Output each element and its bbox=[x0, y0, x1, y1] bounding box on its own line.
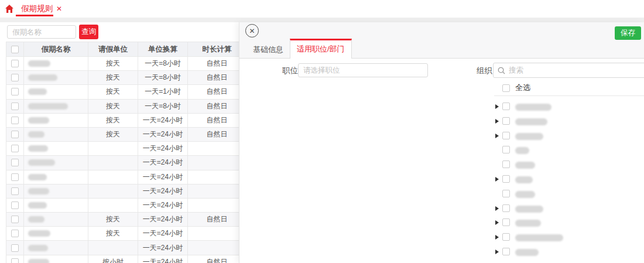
expand-arrow-icon[interactable] bbox=[495, 206, 499, 211]
cell-holiday-name bbox=[24, 156, 88, 170]
select-all-label: 全选 bbox=[515, 83, 530, 93]
tab-basic-info[interactable]: 基础信息 bbox=[246, 41, 290, 59]
table-row[interactable]: 按天一天=24小时自然日 bbox=[6, 114, 239, 128]
holiday-table-body: 按天一天=8小时自然日按天一天=8小时自然日按天一天=1小时自然日按天一天=8小… bbox=[6, 57, 239, 263]
table-row[interactable]: 按天一天=1小时自然日 bbox=[6, 85, 239, 99]
tree-node[interactable] bbox=[239, 202, 644, 217]
redacted-holiday-name bbox=[28, 74, 57, 81]
table-row[interactable]: 一天=24小时 bbox=[6, 185, 239, 199]
cell-holiday-name bbox=[24, 128, 88, 142]
tab-applicable-position-department[interactable]: 适用职位/部门 bbox=[290, 39, 352, 59]
search-input[interactable] bbox=[7, 25, 76, 39]
cell-holiday-name bbox=[24, 57, 88, 71]
tree-node[interactable] bbox=[239, 173, 644, 187]
row-checkbox[interactable] bbox=[11, 117, 19, 124]
row-checkbox[interactable] bbox=[11, 131, 19, 138]
expand-arrow-icon[interactable] bbox=[495, 250, 499, 254]
close-tab-icon[interactable]: ✕ bbox=[56, 5, 62, 12]
table-row[interactable]: 按天一天=8小时自然日 bbox=[6, 57, 239, 71]
redacted-holiday-name bbox=[28, 131, 44, 138]
expand-arrow-icon[interactable] bbox=[495, 235, 499, 240]
tree-node[interactable] bbox=[239, 129, 644, 144]
cell-unit-conversion: 一天=24小时 bbox=[138, 170, 188, 185]
table-row[interactable]: 一天=24小时 bbox=[6, 142, 239, 156]
tree-node-checkbox[interactable] bbox=[502, 204, 510, 212]
table-row[interactable]: 按天一天=24小时 bbox=[6, 227, 239, 241]
tree-node-checkbox[interactable] bbox=[502, 175, 510, 183]
tree-node-checkbox[interactable] bbox=[502, 218, 510, 226]
query-button[interactable]: 查询 bbox=[79, 25, 98, 39]
table-row[interactable]: 按天一天=8小时自然日 bbox=[6, 71, 239, 85]
table-row[interactable]: 一天=24小时 bbox=[6, 241, 239, 255]
row-checkbox-cell bbox=[6, 71, 24, 85]
tree-node[interactable] bbox=[239, 158, 644, 173]
row-checkbox-cell bbox=[6, 156, 24, 170]
table-row[interactable]: 按天一天=24小时自然日 bbox=[6, 128, 239, 142]
expand-arrow-icon[interactable] bbox=[495, 119, 499, 124]
cell-leave-unit bbox=[88, 199, 138, 213]
cell-unit-conversion: 一天=24小时 bbox=[138, 185, 188, 199]
table-row[interactable]: 一天=24小时 bbox=[6, 170, 239, 185]
organization-search-input[interactable] bbox=[509, 66, 644, 74]
row-checkbox[interactable] bbox=[11, 244, 19, 252]
cell-unit-conversion: 一天=24小时 bbox=[138, 156, 188, 170]
home-icon[interactable] bbox=[5, 4, 14, 13]
expand-arrow-icon[interactable] bbox=[495, 134, 499, 138]
expand-arrow-icon[interactable] bbox=[495, 104, 499, 109]
tree-node-checkbox[interactable] bbox=[502, 190, 510, 197]
cell-holiday-name bbox=[24, 185, 88, 199]
row-checkbox[interactable] bbox=[11, 60, 19, 67]
tree-node-checkbox[interactable] bbox=[502, 233, 510, 241]
tree-node[interactable] bbox=[239, 231, 644, 245]
redacted-node-name bbox=[515, 118, 547, 125]
tree-node-checkbox[interactable] bbox=[502, 160, 510, 168]
cell-duration-calc: 自然日 bbox=[188, 71, 239, 85]
expand-arrow-icon[interactable] bbox=[495, 177, 499, 182]
tree-node[interactable] bbox=[239, 144, 644, 158]
tree-divider bbox=[494, 95, 644, 96]
tab-label: 假期规则 bbox=[21, 4, 53, 14]
table-row[interactable]: 按天一天=8小时自然日 bbox=[6, 100, 239, 114]
select-all-checkbox[interactable] bbox=[502, 84, 510, 92]
cell-leave-unit: 按小时 bbox=[88, 255, 138, 263]
cell-unit-conversion: 一天=24小时 bbox=[138, 142, 188, 156]
select-all-rows-checkbox[interactable] bbox=[11, 46, 19, 53]
save-button[interactable]: 保存 bbox=[615, 26, 641, 40]
tree-node[interactable] bbox=[239, 245, 644, 260]
table-row[interactable]: 按小时一天=24小时自然日 bbox=[6, 255, 239, 263]
cell-duration-calc bbox=[188, 199, 239, 213]
row-checkbox[interactable] bbox=[11, 173, 19, 181]
table-row[interactable]: 一天=24小时 bbox=[6, 156, 239, 170]
close-drawer-icon[interactable]: ✕ bbox=[245, 24, 259, 37]
cell-duration-calc: 自然日 bbox=[188, 85, 239, 99]
row-checkbox[interactable] bbox=[11, 103, 19, 110]
tree-node-checkbox[interactable] bbox=[502, 103, 510, 110]
tree-node[interactable] bbox=[239, 216, 644, 231]
row-checkbox-cell bbox=[6, 170, 24, 185]
tree-node-checkbox[interactable] bbox=[502, 248, 510, 255]
row-checkbox[interactable] bbox=[11, 145, 19, 152]
table-row[interactable]: 一天=24小时 bbox=[6, 199, 239, 213]
table-row[interactable]: 按天一天=24小时自然日 bbox=[6, 213, 239, 227]
tree-node-checkbox[interactable] bbox=[502, 117, 510, 125]
tree-node[interactable] bbox=[239, 100, 644, 115]
row-checkbox[interactable] bbox=[11, 216, 19, 223]
row-checkbox[interactable] bbox=[11, 187, 19, 195]
tree-node[interactable] bbox=[239, 115, 644, 129]
search-icon bbox=[498, 67, 505, 74]
row-checkbox[interactable] bbox=[11, 201, 19, 209]
tree-node[interactable] bbox=[239, 187, 644, 202]
row-checkbox[interactable] bbox=[11, 159, 19, 166]
row-checkbox[interactable] bbox=[11, 88, 19, 95]
position-select-input[interactable] bbox=[298, 63, 428, 77]
row-checkbox[interactable] bbox=[11, 74, 19, 81]
redacted-holiday-name bbox=[28, 60, 50, 67]
cell-unit-conversion: 一天=24小时 bbox=[138, 213, 188, 227]
row-checkbox[interactable] bbox=[11, 258, 19, 263]
row-checkbox[interactable] bbox=[11, 230, 19, 237]
tree-node-checkbox[interactable] bbox=[502, 146, 510, 153]
expand-arrow-icon[interactable] bbox=[495, 220, 499, 225]
tree-node-checkbox[interactable] bbox=[502, 132, 510, 139]
redacted-node-name bbox=[515, 249, 539, 256]
redacted-holiday-name bbox=[28, 117, 49, 124]
